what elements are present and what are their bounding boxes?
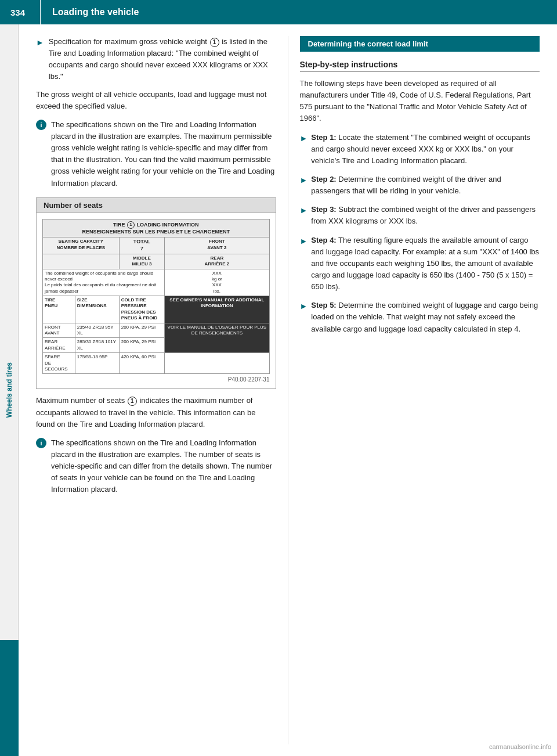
info-icon-1: i — [36, 120, 46, 130]
right-column: Determining the correct load limit Step-… — [288, 36, 558, 744]
step-label-5: Step 5: — [311, 301, 336, 309]
page-header: 334 Loading the vehicle — [0, 0, 557, 24]
seats-box: Number of seats TIRE 1 LOADING INFORMATI… — [36, 197, 276, 390]
step-arrow-5: ► — [300, 300, 308, 334]
step-label-1: Step 1: — [311, 133, 336, 142]
watermark: carmanualsonline.info — [489, 743, 551, 750]
info-item-1: i The specifications shown on the Tire a… — [36, 119, 276, 189]
section-subheading: Step-by-step instructions — [300, 60, 540, 72]
step-label-4: Step 4: — [311, 236, 336, 244]
step-2: ► Step 2: Determine the combined weight … — [300, 174, 540, 197]
info-icon-2: i — [36, 438, 46, 448]
step-arrow-2: ► — [300, 174, 308, 197]
step-arrow-4: ► — [300, 235, 308, 293]
content-area: ► Specification for maximum gross vehicl… — [19, 24, 557, 756]
step-text-5: Step 5: Determine the combined weight of… — [311, 300, 540, 334]
step-arrow-3: ► — [300, 204, 308, 227]
circle-1: 1 — [210, 38, 219, 47]
page-number: 334 — [0, 0, 41, 24]
left-column: ► Specification for maximum gross vehicl… — [19, 36, 288, 744]
step-4: ► Step 4: The resulting figure equals th… — [300, 235, 540, 293]
step-1: ► Step 1: Locate the statement "The comb… — [300, 132, 540, 167]
step-arrow-1: ► — [300, 132, 308, 167]
info-text-1: The specifications shown on the Tire and… — [51, 119, 276, 189]
image-caption: P40.00-2207-31 — [42, 376, 270, 383]
seats-box-content: TIRE 1 LOADING INFORMATION RENSEIGNEMENT… — [37, 213, 276, 389]
voir-cell: VOIR LE MANUEL DE L'USAGER POUR PLUS DE … — [165, 323, 269, 353]
main-content: Wheels and tires ► Specification for max… — [0, 24, 557, 756]
circle-seats: 1 — [128, 397, 137, 406]
page-title: Loading the vehicle — [41, 7, 139, 17]
info-item-2: i The specifications shown on the Tire a… — [36, 437, 276, 496]
info-text-2: The specifications shown on the Tire and… — [51, 437, 276, 496]
bullet-item-1: ► Specification for maximum gross vehicl… — [36, 36, 276, 83]
step-5: ► Step 5: Determine the combined weight … — [300, 300, 540, 334]
bullet-arrow-1: ► — [36, 37, 44, 83]
step-3: ► Step 3: Subtract the combined weight o… — [300, 204, 540, 227]
step-label-2: Step 2: — [311, 175, 336, 183]
seats-box-title: Number of seats — [37, 198, 276, 213]
step-label-3: Step 3: — [311, 205, 336, 214]
step-text-4: Step 4: The resulting figure equals the … — [311, 235, 540, 293]
see-owner-cell: SEE OWNER'S MANUAL FOR ADDITIONAL INFORM… — [165, 296, 269, 323]
step-text-3: Step 3: Subtract the combined weight of … — [311, 204, 540, 227]
chapter-label-text: Wheels and tires — [5, 362, 13, 417]
bullet-text-1: Specification for maximum gross vehicle … — [49, 36, 276, 83]
paragraph-2: Maximum number of seats 1 indicates the … — [36, 395, 276, 430]
paragraph-1: The gross weight of all vehicle occupant… — [36, 89, 276, 112]
tire-table: TIRE 1 LOADING INFORMATION RENSEIGNEMENT… — [42, 219, 270, 375]
step-text-2: Step 2: Determine the combined weight of… — [311, 174, 540, 197]
section-heading: Determining the correct load limit — [300, 36, 540, 52]
chapter-sidebar: Wheels and tires — [0, 24, 19, 756]
intro-paragraph: The following steps have been developed … — [300, 78, 540, 125]
step-text-1: Step 1: Locate the statement "The combin… — [311, 132, 540, 167]
